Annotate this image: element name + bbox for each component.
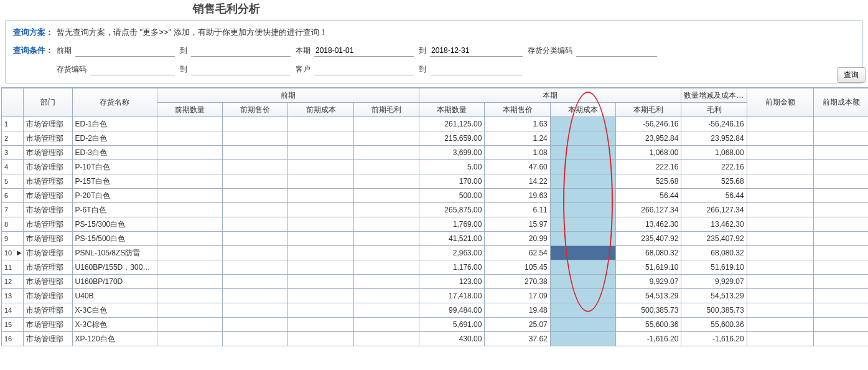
prev-gp-cell bbox=[353, 260, 419, 275]
delta-gp-header[interactable]: 毛利 bbox=[681, 103, 747, 117]
curr-price-header[interactable]: 本期售价 bbox=[485, 103, 550, 117]
curr-cost-cell[interactable] bbox=[550, 189, 615, 203]
table-row[interactable]: 10▶市场管理部PSNL-105/8ZS防雷2,963.0062.5468,08… bbox=[2, 246, 869, 260]
prev-cost-amt-cell bbox=[814, 203, 868, 217]
curr-price-cell: 17.09 bbox=[485, 289, 550, 303]
curr-cost-cell[interactable] bbox=[550, 332, 615, 346]
inv-name-cell: PS-15/500白色 bbox=[72, 232, 157, 246]
query-button[interactable]: 查询 bbox=[837, 67, 866, 83]
prev-cost-amt-header[interactable]: 前期成本额 bbox=[814, 88, 868, 117]
table-row[interactable]: 1市场管理部ED-1白色261,125.001.63-56,246.16-56,… bbox=[2, 117, 869, 131]
curr-qty-header[interactable]: 本期数量 bbox=[419, 103, 485, 117]
prev-amt-cell bbox=[747, 232, 813, 246]
prev-amt-cell bbox=[747, 260, 813, 275]
prev-price-cell bbox=[223, 275, 288, 289]
table-row[interactable]: 4市场管理部P-10T白色5.0047.60222.16222.16 bbox=[2, 160, 869, 174]
delta-gp-cell: 13,462.30 bbox=[681, 217, 747, 232]
curr-gp-cell: 13,462.30 bbox=[616, 217, 681, 232]
customer-from-input[interactable] bbox=[314, 63, 414, 75]
curr-cost-cell[interactable] bbox=[550, 232, 615, 246]
delta-gp-cell: 500,385.73 bbox=[681, 303, 747, 318]
inv-name-header[interactable]: 存货名称 bbox=[72, 88, 157, 117]
curr-gp-cell: 23,952.84 bbox=[616, 131, 681, 146]
prev-group-header[interactable]: 前期 bbox=[157, 88, 419, 103]
prev-period-from-input[interactable] bbox=[75, 44, 175, 57]
row-number: 4 bbox=[2, 160, 24, 174]
to-label-1: 到 bbox=[180, 45, 187, 56]
prev-qty-cell bbox=[157, 189, 222, 203]
table-row[interactable]: 6市场管理部P-20T白色500.0019.6356.4456.44 bbox=[2, 189, 869, 203]
table-row[interactable]: 16市场管理部XP-120白色430.0037.62-1,616.20-1,61… bbox=[2, 332, 869, 346]
curr-gp-cell: 500,385.73 bbox=[616, 303, 681, 318]
table-row[interactable]: 5市场管理部P-15T白色170.0014.22525.68525.68 bbox=[2, 174, 869, 189]
dept-header[interactable]: 部门 bbox=[24, 88, 72, 117]
prev-cost-amt-cell bbox=[814, 260, 868, 275]
inv-code-from-input[interactable] bbox=[90, 63, 175, 75]
curr-qty-cell: 5.00 bbox=[419, 160, 485, 174]
curr-cost-cell[interactable] bbox=[550, 217, 615, 232]
curr-period-to-input[interactable] bbox=[430, 44, 523, 57]
prev-qty-cell bbox=[157, 160, 222, 174]
page-title: 销售毛利分析 bbox=[193, 1, 260, 16]
prev-amt-cell bbox=[747, 318, 813, 332]
prev-price-header[interactable]: 前期售价 bbox=[223, 103, 288, 117]
curr-cost-cell[interactable] bbox=[550, 246, 615, 260]
table-row[interactable]: 12市场管理部U160BP/170D123.00270.389,929.079,… bbox=[2, 275, 869, 289]
curr-period-from-input[interactable] bbox=[314, 44, 414, 57]
prev-cost-cell bbox=[288, 117, 353, 131]
prev-cost-cell bbox=[288, 289, 353, 303]
dept-cell: 市场管理部 bbox=[24, 146, 72, 160]
dept-cell: 市场管理部 bbox=[24, 131, 72, 146]
dept-cell: 市场管理部 bbox=[24, 260, 72, 275]
curr-cost-cell[interactable] bbox=[550, 303, 615, 318]
prev-cost-amt-cell bbox=[814, 246, 868, 260]
prev-gp-header[interactable]: 前期毛利 bbox=[353, 103, 419, 117]
prev-gp-cell bbox=[353, 217, 419, 232]
prev-qty-header[interactable]: 前期数量 bbox=[157, 103, 222, 117]
table-row[interactable]: 13市场管理部U40B17,418.0017.0954,513.2954,513… bbox=[2, 289, 869, 303]
prev-period-to-input[interactable] bbox=[191, 44, 291, 57]
prev-cost-header[interactable]: 前期成本 bbox=[288, 103, 353, 117]
curr-gp-header[interactable]: 本期毛利 bbox=[616, 103, 681, 117]
curr-cost-cell[interactable] bbox=[550, 260, 615, 275]
curr-cost-cell[interactable] bbox=[550, 160, 615, 174]
prev-qty-cell bbox=[157, 318, 222, 332]
prev-cost-amt-cell bbox=[814, 117, 868, 131]
curr-cost-cell[interactable] bbox=[550, 146, 615, 160]
prev-gp-cell bbox=[353, 174, 419, 189]
customer-to-input[interactable] bbox=[430, 63, 523, 75]
curr-cost-cell[interactable] bbox=[550, 318, 615, 332]
table-row[interactable]: 7市场管理部P-6T白色265,875.006.11266,127.34266,… bbox=[2, 203, 869, 217]
prev-gp-cell bbox=[353, 160, 419, 174]
table-row[interactable]: 9市场管理部PS-15/500白色41,521.0020.99235,407.9… bbox=[2, 232, 869, 246]
prev-cost-amt-cell bbox=[814, 275, 868, 289]
prev-cost-cell bbox=[288, 146, 353, 160]
inv-cat-input[interactable] bbox=[576, 44, 657, 57]
curr-cost-cell[interactable] bbox=[550, 174, 615, 189]
table-row[interactable]: 14市场管理部X-3C白色99,484.0019.48500,385.73500… bbox=[2, 303, 869, 318]
curr-cost-cell[interactable] bbox=[550, 275, 615, 289]
row-number: 13 bbox=[2, 289, 24, 303]
curr-cost-header[interactable]: 本期成本 bbox=[550, 103, 615, 117]
table-row[interactable]: 2市场管理部ED-2白色215,659.001.2423,952.8423,95… bbox=[2, 131, 869, 146]
table-row[interactable]: 11市场管理部U160BP/155D，300，…1,176.00105.4551… bbox=[2, 260, 869, 275]
prev-amt-header[interactable]: 前期金额 bbox=[747, 88, 813, 117]
curr-gp-cell: -56,246.16 bbox=[616, 117, 681, 131]
prev-cost-cell bbox=[288, 131, 353, 146]
inv-cat-label: 存货分类编码 bbox=[528, 45, 572, 56]
dept-cell: 市场管理部 bbox=[24, 318, 72, 332]
curr-gp-cell: 55,600.36 bbox=[616, 318, 681, 332]
table-row[interactable]: 15市场管理部X-3C棕色5,691.0025.0755,600.3655,60… bbox=[2, 318, 869, 332]
curr-cost-cell[interactable] bbox=[550, 131, 615, 146]
table-row[interactable]: 8市场管理部PS-15/300白色1,769.0015.9713,462.301… bbox=[2, 217, 869, 232]
curr-cost-cell[interactable] bbox=[550, 117, 615, 131]
curr-gp-cell: 9,929.07 bbox=[616, 275, 681, 289]
prev-period-label: 前期 bbox=[57, 45, 72, 56]
table-row[interactable]: 3市场管理部ED-3白色3,699.001.081,068.001,068.00 bbox=[2, 146, 869, 160]
curr-cost-cell[interactable] bbox=[550, 289, 615, 303]
curr-cost-cell[interactable] bbox=[550, 203, 615, 217]
delta-group-header[interactable]: 数量增减及成本影响 bbox=[681, 88, 747, 103]
curr-group-header[interactable]: 本期 bbox=[419, 88, 681, 103]
inv-code-to-input[interactable] bbox=[191, 63, 291, 75]
prev-cost-amt-cell bbox=[814, 174, 868, 189]
